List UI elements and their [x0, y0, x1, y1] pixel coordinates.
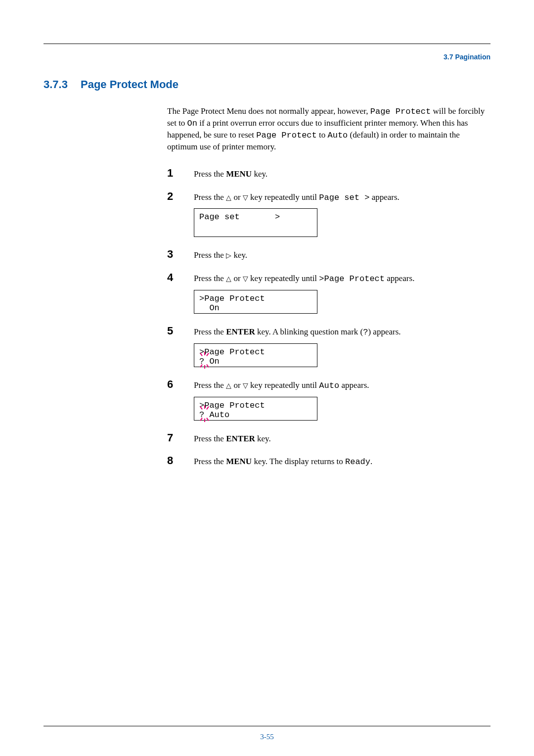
- step-number: 5: [167, 325, 194, 337]
- triangle-up-icon: △: [226, 193, 231, 201]
- section-number: 3.7.3: [44, 78, 81, 91]
- step-text: Press the △ or ▽ key repeatedly until Pa…: [194, 191, 400, 204]
- step-text: Press the △ or ▽ key repeatedly until >P…: [194, 273, 414, 285]
- step-number: 3: [167, 248, 194, 261]
- step-3: 3 Press the ▷ key.: [167, 248, 491, 261]
- step-8: 8 Press the MENU key. The display return…: [167, 454, 491, 468]
- intro-paragraph: The Page Protect Menu does not normally …: [167, 106, 491, 153]
- body-column: The Page Protect Menu does not normally …: [167, 106, 491, 468]
- step-text: Press the MENU key. The display returns …: [194, 456, 372, 468]
- top-rule: [44, 44, 490, 44]
- blink-indicator-icon: [195, 408, 213, 422]
- triangle-up-icon: △: [226, 275, 231, 283]
- blink-indicator-icon: [195, 355, 213, 369]
- step-number: 4: [167, 271, 194, 284]
- step-text: Press the ENTER key. A blinking question…: [194, 326, 401, 338]
- step-number: 6: [167, 378, 194, 391]
- lcd-display-1: Page set >: [194, 208, 317, 237]
- step-4: 4 Press the △ or ▽ key repeatedly until …: [167, 271, 491, 314]
- section-title: Page Protect Mode: [81, 78, 178, 91]
- footer-rule: [44, 726, 490, 726]
- page-number: 3-55: [0, 733, 534, 741]
- step-1: 1 Press the MENU key.: [167, 167, 491, 180]
- lcd-display-3: >Page Protect ? On: [194, 343, 317, 367]
- step-number: 8: [167, 454, 194, 467]
- step-5: 5 Press the ENTER key. A blinking questi…: [167, 325, 491, 367]
- step-number: 2: [167, 190, 194, 203]
- triangle-down-icon: ▽: [243, 193, 248, 201]
- page-content: 3.7 Pagination 3.7.3Page Protect Mode Th…: [0, 0, 534, 498]
- step-text: Press the MENU key.: [194, 168, 267, 180]
- triangle-right-icon: ▷: [226, 251, 231, 259]
- step-text: Press the ▷ key.: [194, 249, 247, 261]
- step-number: 1: [167, 167, 194, 180]
- triangle-down-icon: ▽: [243, 275, 248, 283]
- lcd-display-2: >Page Protect On: [194, 290, 317, 314]
- section-heading: 3.7.3Page Protect Mode: [44, 78, 490, 91]
- step-number: 7: [167, 431, 194, 444]
- step-2: 2 Press the △ or ▽ key repeatedly until …: [167, 190, 491, 237]
- header-section-ref: 3.7 Pagination: [44, 53, 490, 61]
- lcd-display-4: >Page Protect ? Auto: [194, 397, 317, 421]
